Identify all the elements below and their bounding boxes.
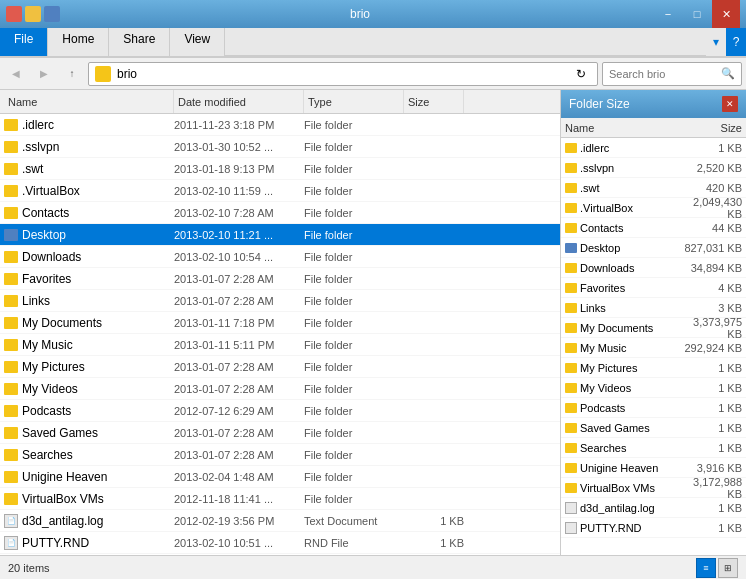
view-detail-button[interactable]: ≡: [696, 558, 716, 578]
panel-item-name: Links: [565, 302, 677, 314]
panel-folder-icon: [565, 423, 577, 433]
file-header: Name Date modified Type Size: [0, 90, 560, 114]
table-row[interactable]: VirtualBox VMs2012-11-18 11:41 ...File f…: [0, 488, 560, 510]
table-row[interactable]: My Music2013-01-11 5:11 PMFile folder: [0, 334, 560, 356]
maximize-button[interactable]: □: [683, 0, 711, 28]
search-box[interactable]: 🔍: [602, 62, 742, 86]
table-row[interactable]: Contacts2013-02-10 7:28 AMFile folder: [0, 202, 560, 224]
tab-view[interactable]: View: [170, 28, 225, 56]
table-row[interactable]: 📄PUTTY.RND2013-02-10 10:51 ...RND File1 …: [0, 532, 560, 554]
file-panel: Name Date modified Type Size .idlerc2011…: [0, 90, 561, 555]
list-item[interactable]: .idlerc1 KB: [561, 138, 746, 158]
table-row[interactable]: Downloads2013-02-10 10:54 ...File folder: [0, 246, 560, 268]
panel-item-name: Desktop: [565, 242, 677, 254]
list-item[interactable]: Favorites4 KB: [561, 278, 746, 298]
list-item[interactable]: Downloads34,894 KB: [561, 258, 746, 278]
list-item[interactable]: Desktop827,031 KB: [561, 238, 746, 258]
list-item[interactable]: Podcasts1 KB: [561, 398, 746, 418]
folder-icon: [4, 317, 18, 329]
panel-item-size: 2,520 KB: [677, 162, 742, 174]
file-name: .VirtualBox: [4, 184, 174, 198]
file-type: RND File: [304, 537, 404, 549]
list-item[interactable]: Saved Games1 KB: [561, 418, 746, 438]
file-date: 2013-02-10 10:54 ...: [174, 251, 304, 263]
file-type: File folder: [304, 493, 404, 505]
table-row[interactable]: .VirtualBox2013-02-10 11:59 ...File fold…: [0, 180, 560, 202]
col-header-type[interactable]: Type: [304, 90, 404, 113]
panel-item-name: Favorites: [565, 282, 677, 294]
view-list-button[interactable]: ⊞: [718, 558, 738, 578]
tab-file[interactable]: File: [0, 28, 48, 56]
list-item[interactable]: Contacts44 KB: [561, 218, 746, 238]
table-row[interactable]: Searches2013-01-07 2:28 AMFile folder: [0, 444, 560, 466]
list-item[interactable]: My Music292,924 KB: [561, 338, 746, 358]
list-item[interactable]: .VirtualBox2,049,430 KB: [561, 198, 746, 218]
panel-item-name: Downloads: [565, 262, 677, 274]
file-name: VirtualBox VMs: [4, 492, 174, 506]
table-row[interactable]: My Pictures2013-01-07 2:28 AMFile folder: [0, 356, 560, 378]
tab-share[interactable]: Share: [109, 28, 170, 56]
list-item[interactable]: d3d_antilag.log1 KB: [561, 498, 746, 518]
folder-icon: [4, 273, 18, 285]
table-row[interactable]: My Videos2013-01-07 2:28 AMFile folder: [0, 378, 560, 400]
search-input[interactable]: [609, 68, 721, 80]
address-box[interactable]: brio ↻: [88, 62, 598, 86]
panel-folder-icon: [565, 383, 577, 393]
list-item[interactable]: My Videos1 KB: [561, 378, 746, 398]
folder-icon: [4, 449, 18, 461]
file-name: .idlerc: [4, 118, 174, 132]
table-row[interactable]: Desktop2013-02-10 11:21 ...File folder: [0, 224, 560, 246]
panel-folder-icon: [565, 223, 577, 233]
refresh-button[interactable]: ↻: [571, 64, 591, 84]
list-item[interactable]: .sslvpn2,520 KB: [561, 158, 746, 178]
title-bar: brio − □ ✕: [0, 0, 746, 28]
table-row[interactable]: Saved Games2013-01-07 2:28 AMFile folder: [0, 422, 560, 444]
file-type: File folder: [304, 141, 404, 153]
folder-icon: [4, 361, 18, 373]
panel-folder-icon: [565, 443, 577, 453]
col-header-date[interactable]: Date modified: [174, 90, 304, 113]
folder-icon: [4, 471, 18, 483]
panel-header: Name Size: [561, 118, 746, 138]
table-row[interactable]: My Documents2013-01-11 7:18 PMFile folde…: [0, 312, 560, 334]
list-item[interactable]: VirtualBox VMs3,172,988 KB: [561, 478, 746, 498]
list-item[interactable]: My Pictures1 KB: [561, 358, 746, 378]
panel-col-size: Size: [677, 122, 742, 134]
table-row[interactable]: .idlerc2011-11-23 3:18 PMFile folder: [0, 114, 560, 136]
up-button[interactable]: ↑: [60, 62, 84, 86]
list-item[interactable]: PUTTY.RND1 KB: [561, 518, 746, 538]
file-type: File folder: [304, 295, 404, 307]
table-row[interactable]: Unigine Heaven2013-02-04 1:48 AMFile fol…: [0, 466, 560, 488]
file-date: 2013-02-10 11:59 ...: [174, 185, 304, 197]
help-button[interactable]: ?: [726, 28, 746, 56]
file-name: My Documents: [4, 316, 174, 330]
expand-ribbon-button[interactable]: ▾: [706, 28, 726, 56]
file-type: File folder: [304, 119, 404, 131]
file-type: File folder: [304, 427, 404, 439]
folder-icon: 📄: [4, 514, 18, 528]
panel-item-size: 1 KB: [677, 422, 742, 434]
file-name: Saved Games: [4, 426, 174, 440]
file-name: My Videos: [4, 382, 174, 396]
view-buttons: ≡ ⊞: [696, 558, 738, 578]
panel-folder-icon: [565, 283, 577, 293]
close-button[interactable]: ✕: [712, 0, 740, 28]
list-item[interactable]: Searches1 KB: [561, 438, 746, 458]
forward-button[interactable]: ▶: [32, 62, 56, 86]
table-row[interactable]: Podcasts2012-07-12 6:29 AMFile folder: [0, 400, 560, 422]
table-row[interactable]: .swt2013-01-18 9:13 PMFile folder: [0, 158, 560, 180]
table-row[interactable]: Favorites2013-01-07 2:28 AMFile folder: [0, 268, 560, 290]
minimize-button[interactable]: −: [654, 0, 682, 28]
table-row[interactable]: .sslvpn2013-01-30 10:52 ...File folder: [0, 136, 560, 158]
col-header-name[interactable]: Name: [4, 90, 174, 113]
file-name: Contacts: [4, 206, 174, 220]
panel-close-button[interactable]: ✕: [722, 96, 738, 112]
table-row[interactable]: 📄d3d_antilag.log2012-02-19 3:56 PMText D…: [0, 510, 560, 532]
table-row[interactable]: Links2013-01-07 2:28 AMFile folder: [0, 290, 560, 312]
back-button[interactable]: ◀: [4, 62, 28, 86]
file-type: File folder: [304, 251, 404, 263]
col-header-size[interactable]: Size: [404, 90, 464, 113]
tb-icon-1: [6, 6, 22, 22]
list-item[interactable]: My Documents3,373,975 KB: [561, 318, 746, 338]
tab-home[interactable]: Home: [48, 28, 109, 56]
